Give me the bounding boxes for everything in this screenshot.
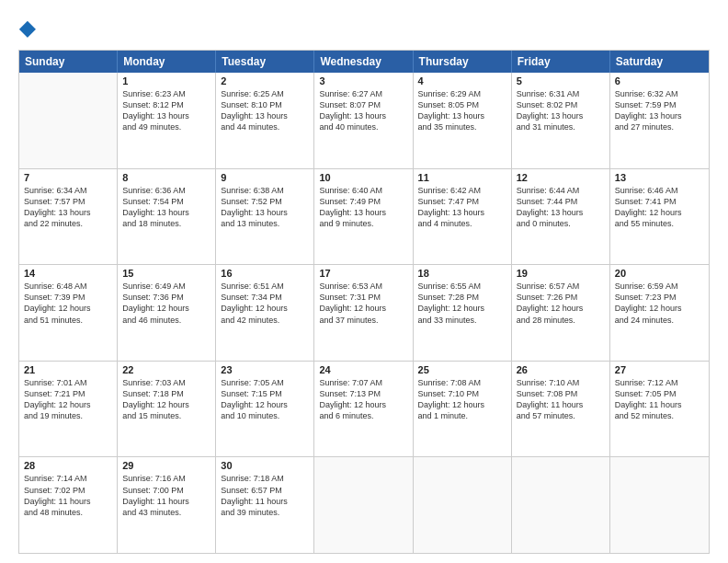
- cell-info-line: and 4 minutes.: [418, 218, 506, 229]
- cell-info-line: Sunset: 7:10 PM: [418, 388, 506, 399]
- calendar-cell: 25Sunrise: 7:08 AMSunset: 7:10 PMDayligh…: [414, 362, 512, 457]
- cell-info-line: Sunrise: 6:23 AM: [122, 88, 210, 99]
- cell-info-line: Sunrise: 6:31 AM: [517, 88, 605, 99]
- cell-info-line: Sunrise: 7:05 AM: [221, 377, 309, 388]
- weekday-header: Thursday: [414, 51, 512, 73]
- cell-info-line: Daylight: 12 hours: [319, 399, 407, 410]
- logo: ◆: [18, 17, 35, 40]
- cell-info-line: and 57 minutes.: [517, 410, 605, 421]
- cell-info-line: Sunset: 7:28 PM: [418, 292, 506, 303]
- weekday-header: Sunday: [19, 51, 118, 73]
- day-number: 4: [418, 75, 506, 86]
- cell-info-line: Sunset: 7:54 PM: [122, 196, 210, 207]
- cell-info-line: Daylight: 12 hours: [221, 303, 309, 314]
- day-number: 8: [122, 172, 210, 183]
- calendar-cell: [314, 457, 413, 553]
- cell-info-line: Sunrise: 6:53 AM: [319, 281, 407, 292]
- cell-info-line: and 43 minutes.: [122, 507, 210, 518]
- calendar-cell: 1Sunrise: 6:23 AMSunset: 8:12 PMDaylight…: [118, 73, 216, 168]
- cell-info-line: Sunrise: 6:44 AM: [517, 185, 605, 196]
- cell-info-line: Sunset: 7:59 PM: [615, 99, 704, 110]
- cell-info-line: Sunrise: 6:38 AM: [221, 185, 309, 196]
- cell-info-line: and 51 minutes.: [24, 315, 112, 326]
- day-number: 30: [221, 460, 309, 471]
- cell-info-line: Daylight: 13 hours: [221, 207, 309, 218]
- cell-info-line: Sunset: 6:57 PM: [221, 485, 309, 496]
- cell-info-line: Daylight: 12 hours: [418, 399, 506, 410]
- day-number: 21: [24, 364, 112, 375]
- cell-info-line: Sunrise: 7:08 AM: [418, 377, 506, 388]
- cell-info-line: Sunset: 7:08 PM: [517, 388, 605, 399]
- cell-info-line: and 39 minutes.: [221, 507, 309, 518]
- cell-info-line: Daylight: 12 hours: [221, 399, 309, 410]
- calendar-cell: 4Sunrise: 6:29 AMSunset: 8:05 PMDaylight…: [414, 73, 512, 168]
- calendar-header: SundayMondayTuesdayWednesdayThursdayFrid…: [19, 51, 709, 73]
- cell-info-line: Daylight: 13 hours: [24, 207, 112, 218]
- cell-info-line: Sunset: 7:05 PM: [615, 388, 704, 399]
- cell-info-line: and 55 minutes.: [615, 218, 704, 229]
- cell-info-line: Sunset: 8:10 PM: [221, 99, 309, 110]
- cell-info-line: Sunset: 7:00 PM: [122, 485, 210, 496]
- cell-info-line: and 0 minutes.: [517, 218, 605, 229]
- cell-info-line: Sunrise: 6:42 AM: [418, 185, 506, 196]
- calendar-row: 1Sunrise: 6:23 AMSunset: 8:12 PMDaylight…: [19, 73, 709, 169]
- calendar-cell: 13Sunrise: 6:46 AMSunset: 7:41 PMDayligh…: [610, 169, 709, 265]
- cell-info-line: Daylight: 13 hours: [221, 110, 309, 121]
- calendar-cell: 14Sunrise: 6:48 AMSunset: 7:39 PMDayligh…: [19, 265, 118, 361]
- cell-info-line: Daylight: 12 hours: [418, 303, 506, 314]
- cell-info-line: Daylight: 13 hours: [418, 110, 506, 121]
- cell-info-line: Sunrise: 7:14 AM: [24, 473, 112, 484]
- calendar-cell: 22Sunrise: 7:03 AMSunset: 7:18 PMDayligh…: [118, 362, 216, 457]
- day-number: 1: [122, 75, 210, 86]
- cell-info-line: Sunrise: 6:25 AM: [221, 88, 309, 99]
- day-number: 22: [122, 364, 210, 375]
- cell-info-line: Daylight: 12 hours: [319, 303, 407, 314]
- cell-info-line: Sunset: 7:31 PM: [319, 292, 407, 303]
- calendar-row: 21Sunrise: 7:01 AMSunset: 7:21 PMDayligh…: [19, 362, 709, 458]
- calendar-cell: 3Sunrise: 6:27 AMSunset: 8:07 PMDaylight…: [314, 73, 413, 168]
- cell-info-line: Daylight: 11 hours: [24, 496, 112, 507]
- cell-info-line: Sunrise: 6:27 AM: [319, 88, 407, 99]
- calendar-cell: 28Sunrise: 7:14 AMSunset: 7:02 PMDayligh…: [19, 457, 118, 553]
- day-number: 6: [615, 75, 704, 86]
- cell-info-line: and 1 minute.: [418, 410, 506, 421]
- day-number: 14: [24, 268, 112, 279]
- cell-info-line: Sunset: 7:47 PM: [418, 196, 506, 207]
- cell-info-line: and 6 minutes.: [319, 410, 407, 421]
- calendar-cell: 10Sunrise: 6:40 AMSunset: 7:49 PMDayligh…: [314, 169, 413, 265]
- calendar-body: 1Sunrise: 6:23 AMSunset: 8:12 PMDaylight…: [19, 73, 709, 553]
- day-number: 12: [517, 172, 605, 183]
- calendar-row: 7Sunrise: 6:34 AMSunset: 7:57 PMDaylight…: [19, 169, 709, 266]
- calendar-cell: 23Sunrise: 7:05 AMSunset: 7:15 PMDayligh…: [216, 362, 314, 457]
- calendar-cell: 30Sunrise: 7:18 AMSunset: 6:57 PMDayligh…: [216, 457, 314, 553]
- cell-info-line: Daylight: 11 hours: [517, 399, 605, 410]
- weekday-header: Wednesday: [314, 51, 413, 73]
- day-number: 19: [517, 268, 605, 279]
- cell-info-line: Daylight: 13 hours: [122, 207, 210, 218]
- day-number: 28: [24, 460, 112, 471]
- cell-info-line: Sunset: 7:52 PM: [221, 196, 309, 207]
- cell-info-line: Sunrise: 6:49 AM: [122, 281, 210, 292]
- cell-info-line: Daylight: 12 hours: [24, 303, 112, 314]
- logo-bird-icon: ◆: [19, 17, 35, 40]
- cell-info-line: Sunset: 8:02 PM: [517, 99, 605, 110]
- calendar-cell: 11Sunrise: 6:42 AMSunset: 7:47 PMDayligh…: [414, 169, 512, 265]
- calendar-row: 28Sunrise: 7:14 AMSunset: 7:02 PMDayligh…: [19, 457, 709, 553]
- calendar: SundayMondayTuesdayWednesdayThursdayFrid…: [18, 50, 710, 554]
- day-number: 20: [615, 268, 704, 279]
- cell-info-line: Sunset: 8:12 PM: [122, 99, 210, 110]
- cell-info-line: Daylight: 11 hours: [615, 399, 704, 410]
- cell-info-line: Sunset: 7:15 PM: [221, 388, 309, 399]
- cell-info-line: and 48 minutes.: [24, 507, 112, 518]
- cell-info-line: Daylight: 13 hours: [615, 110, 704, 121]
- cell-info-line: Sunset: 7:57 PM: [24, 196, 112, 207]
- weekday-header: Tuesday: [216, 51, 314, 73]
- page: ◆ SundayMondayTuesdayWednesdayThursdayFr…: [0, 0, 728, 563]
- cell-info-line: and 37 minutes.: [319, 315, 407, 326]
- cell-info-line: and 18 minutes.: [122, 218, 210, 229]
- calendar-cell: 17Sunrise: 6:53 AMSunset: 7:31 PMDayligh…: [314, 265, 413, 361]
- cell-info-line: Sunrise: 7:03 AM: [122, 377, 210, 388]
- cell-info-line: Sunset: 7:49 PM: [319, 196, 407, 207]
- cell-info-line: and 44 minutes.: [221, 121, 309, 132]
- cell-info-line: Sunset: 7:21 PM: [24, 388, 112, 399]
